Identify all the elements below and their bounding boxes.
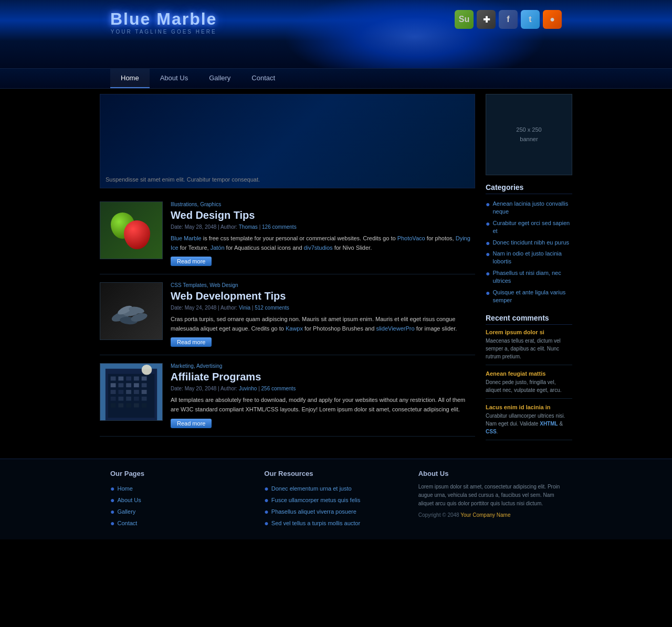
footer-pages-title: Our Pages [110, 470, 254, 477]
post-1-thumbnail [100, 201, 163, 259]
footer-resource-link-4[interactable]: Sed vel tellus a turpis mollis auctor [271, 520, 360, 526]
post-1-link-bluemarble[interactable]: Blue Marble [171, 235, 202, 241]
post-2-readmore[interactable]: Read more [171, 337, 212, 347]
category-link-3[interactable]: Donec tincidunt nibh eu purus [492, 239, 569, 247]
comment-3-css-link[interactable]: CSS [486, 429, 497, 434]
post-3-cat-link[interactable]: Marketing, Advertising [171, 363, 222, 369]
post-3-comments[interactable]: 256 comments [261, 386, 296, 391]
post-1-link-photovaco[interactable]: PhotoVaco [397, 235, 425, 241]
post-1-comments[interactable]: 126 comments [262, 224, 297, 230]
footer-resources-title: Our Resources [264, 470, 407, 477]
footer-pages-list: ● Home ● About Us ● Gallery ● Contact [110, 483, 254, 529]
nav-link-home[interactable]: Home [110, 69, 150, 88]
twitter-icon[interactable]: t [521, 10, 540, 29]
svg-rect-9 [111, 377, 116, 381]
svg-rect-27 [134, 397, 139, 401]
category-item-4: ● Nam in odio et justo lacinia lobortis [486, 248, 572, 268]
sidebar-banner: 250 x 250banner [486, 94, 572, 175]
copyright-text: Copyright © 2048 [418, 512, 459, 518]
facebook-icon[interactable]: f [499, 10, 518, 29]
post-2-date-label: Date: [171, 305, 185, 311]
post-3-body: Marketing, Advertising Affiliate Program… [171, 363, 475, 428]
footer-page-1: ● Home [110, 483, 254, 494]
site-title: Blue Marble YOUR TAGLINE GOES HERE [110, 9, 217, 35]
nav-item-contact[interactable]: Contact [241, 69, 286, 88]
post-1-author[interactable]: Thomas [239, 224, 258, 230]
post-2-comments[interactable]: 512 comments [255, 305, 289, 311]
post-1-cat-link[interactable]: Illustrations, Graphics [171, 201, 221, 207]
post-2-link-kawpx[interactable]: Kawpx [286, 325, 303, 332]
footer-resource-4: ● Sed vel tellus a turpis mollis auctor [264, 517, 407, 529]
stumbleupon-icon[interactable]: Su [455, 10, 474, 29]
category-link-4[interactable]: Nam in odio et justo lacinia lobortis [492, 250, 572, 266]
category-item-2: ● Curabitur eget orci sed sapien et [486, 218, 572, 237]
post-1-link-div7[interactable]: div7studios [304, 245, 333, 251]
sidebar: 250 x 250banner Categories ● Aenean laci… [486, 94, 572, 448]
svg-rect-10 [118, 377, 123, 381]
post-1-readmore[interactable]: Read more [171, 257, 212, 266]
post-1-title: Wed Design Tips [171, 209, 475, 221]
sidebar-categories: Categories ● Aenean lacinia justo conval… [486, 183, 572, 306]
footer-page-link-3[interactable]: Gallery [117, 508, 135, 515]
svg-rect-23 [142, 390, 147, 394]
comment-1-text: Maecenas tellus erat, dictum vel semper … [486, 337, 572, 360]
main-wrapper: Suspendisse sit amet enim elit. Curabitu… [100, 89, 572, 459]
post-2-cat-link[interactable]: CSS Templates, Web Design [171, 282, 238, 288]
footer-page-3: ● Gallery [110, 506, 254, 517]
post-2-date: May 24, 2048 [185, 305, 217, 311]
footer-bullet-icon: ● [110, 507, 114, 516]
post-3-readmore[interactable]: Read more [171, 419, 212, 428]
footer-page-link-1[interactable]: Home [117, 485, 132, 492]
footer-resources-list: ● Donec elementum urna et justo ● Fusce … [264, 483, 407, 529]
footer-page-2: ● About Us [110, 494, 254, 506]
rss-icon[interactable]: ● [543, 10, 562, 29]
site-name: Blue Marble [110, 9, 217, 29]
nav-link-about[interactable]: About Us [150, 69, 198, 87]
post-2-link-slideviewer[interactable]: slideViewerPro [376, 325, 414, 332]
category-link-1[interactable]: Aenean lacinia justo convallis neque [492, 200, 572, 216]
svg-rect-33 [142, 403, 147, 408]
post-3-author[interactable]: Juvinho [239, 386, 257, 391]
svg-rect-20 [118, 390, 123, 394]
comment-1: Lorem ipsum dolor si Maecenas tellus era… [486, 329, 572, 365]
post-2-author[interactable]: Vinia [239, 305, 250, 311]
category-link-5[interactable]: Phasellus ut nisi diam, nec ultrices [492, 269, 572, 285]
footer-about-body: Lorem ipsum dolor sit amet, consectetur … [418, 484, 560, 506]
plus-icon[interactable]: ✚ [477, 10, 496, 29]
post-1-link-jaton[interactable]: Jatón [211, 245, 225, 251]
nav-link-gallery[interactable]: Gallery [198, 69, 241, 87]
categories-title: Categories [486, 183, 572, 194]
footer: Our Pages ● Home ● About Us ● Gallery ● … [0, 459, 672, 539]
footer-page-link-4[interactable]: Contact [117, 520, 137, 526]
footer-copyright: Copyright © 2048 Your Company Name [418, 512, 562, 518]
svg-rect-22 [134, 390, 139, 394]
footer-resource-1: ● Donec elementum urna et justo [264, 483, 407, 494]
nav-link-contact[interactable]: Contact [241, 69, 286, 87]
nav-item-home[interactable]: Home [110, 69, 150, 88]
footer-resources: Our Resources ● Donec elementum urna et … [264, 470, 407, 529]
svg-rect-32 [134, 403, 139, 408]
footer-bullet-icon: ● [264, 496, 268, 504]
bullet-icon: ● [486, 220, 490, 227]
category-link-2[interactable]: Curabitur eget orci sed sapien et [492, 219, 572, 236]
comment-3-text: Curabitur ullamcorper ultrices nisi. Nam… [486, 412, 572, 435]
comment-2-text: Donec pede justo, fringilla vel, aliquet… [486, 378, 572, 394]
footer-resource-link-2[interactable]: Fusce ullamcorper metus quis felis [271, 497, 360, 503]
nav-item-gallery[interactable]: Gallery [198, 69, 241, 88]
svg-rect-25 [118, 397, 123, 401]
footer-resource-link-1[interactable]: Donec elementum urna et justo [271, 485, 352, 492]
bullet-icon: ● [486, 270, 490, 277]
nav-item-about[interactable]: About Us [150, 69, 198, 88]
company-link[interactable]: Your Company Name [460, 512, 510, 518]
bullet-icon: ● [486, 239, 490, 247]
svg-rect-13 [142, 377, 147, 381]
footer-page-link-2[interactable]: About Us [117, 497, 141, 503]
post-3-meta: Date: May 20, 2048 | Author: Juvinho | 2… [171, 386, 475, 391]
post-2-thumbnail [100, 282, 163, 340]
svg-rect-19 [111, 390, 116, 394]
footer-resource-link-3[interactable]: Phasellus aliquet viverra posuere [271, 508, 356, 515]
social-icons: Su ✚ f t ● [455, 10, 562, 29]
comment-1-author: Lorem ipsum dolor si [486, 329, 572, 335]
category-link-6[interactable]: Quisque et ante ligula varius semper [492, 289, 572, 305]
comment-3-xhtml-link[interactable]: XHTML [540, 421, 558, 427]
